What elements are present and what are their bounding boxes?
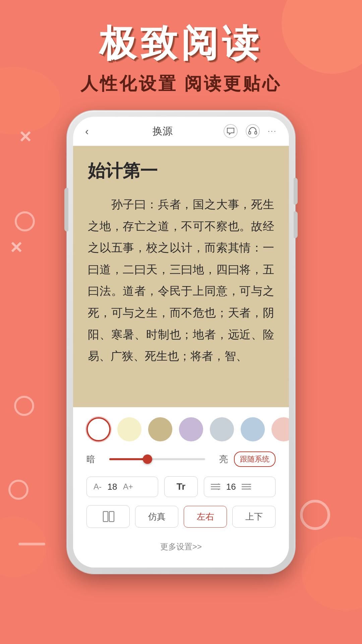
top-navigation-bar: ‹ 换源 xyxy=(73,117,289,146)
settings-panel: 暗 亮 跟随系统 A- 18 A+ xyxy=(73,407,289,568)
font-style-icon: Tr xyxy=(177,481,185,492)
line-spacing-control[interactable]: 16 xyxy=(204,477,276,497)
brightness-slider[interactable] xyxy=(109,458,205,460)
leftright-mode-button[interactable]: 左右 xyxy=(184,506,227,528)
brightness-row: 暗 亮 跟随系统 xyxy=(86,451,276,467)
color-swatch-white[interactable] xyxy=(86,417,111,441)
chat-icon[interactable] xyxy=(224,124,238,138)
scroll-mode-button[interactable] xyxy=(86,505,130,528)
line-spacing-decrease-icon xyxy=(242,482,251,491)
slider-fill xyxy=(109,458,147,460)
color-swatch-lightblue[interactable] xyxy=(210,417,234,441)
app-screen: ‹ 换源 xyxy=(73,117,289,568)
top-bar-title: 换源 xyxy=(153,124,173,138)
line-spacing-value: 16 xyxy=(225,482,237,492)
hero-subtitle: 人性化设置 阅读更贴心 xyxy=(80,72,282,96)
reading-text: 孙子曰：兵者，国之大事，死生之地，存亡之道，不可不察也。故经之以五事，校之以计，… xyxy=(88,194,274,367)
volume-down-button xyxy=(294,211,298,238)
svg-rect-13 xyxy=(109,512,114,522)
font-increase-button[interactable]: A+ xyxy=(123,482,133,491)
leftright-mode-label: 左右 xyxy=(197,511,214,523)
system-follow-button[interactable]: 跟随系统 xyxy=(234,451,276,467)
top-bar-icons: ··· xyxy=(224,124,277,138)
page-mode-row: 仿真 左右 上下 xyxy=(86,505,276,528)
more-settings-link[interactable]: 更多设置>> xyxy=(86,536,276,557)
chapter-title: 始计第一 xyxy=(88,159,274,183)
color-swatch-tan[interactable] xyxy=(148,417,172,441)
svg-rect-12 xyxy=(103,512,108,522)
decor-o-4 xyxy=(300,500,330,530)
color-swatch-skyblue[interactable] xyxy=(241,417,265,441)
dark-label: 暗 xyxy=(86,453,103,465)
font-size-value: 18 xyxy=(106,482,118,492)
slider-thumb[interactable] xyxy=(143,454,152,464)
svg-marker-6 xyxy=(218,489,220,490)
volume-up-button xyxy=(294,178,298,205)
font-size-control[interactable]: A- 18 A+ xyxy=(86,477,158,497)
power-button xyxy=(64,188,68,231)
phone-mockup: ‹ 换源 xyxy=(67,111,295,574)
decor-o-2 xyxy=(14,396,34,416)
updown-mode-button[interactable]: 上下 xyxy=(232,506,276,528)
reading-area[interactable]: 始计第一 孙子曰：兵者，国之大事，死生之地，存亡之道，不可不察也。故经之以五事，… xyxy=(73,146,289,407)
scroll-mode-icon xyxy=(102,510,115,523)
font-controls-row: A- 18 A+ Tr xyxy=(86,476,276,497)
decor-dash-1 xyxy=(18,543,45,545)
back-button[interactable]: ‹ xyxy=(85,125,102,138)
decor-o-1 xyxy=(15,211,35,231)
svg-marker-5 xyxy=(218,483,220,484)
headphones-icon[interactable] xyxy=(246,124,260,138)
updown-mode-label: 上下 xyxy=(245,511,263,523)
font-decrease-button[interactable]: A- xyxy=(94,482,102,491)
line-spacing-icon xyxy=(211,482,220,491)
phone-outer-shell: ‹ 换源 xyxy=(67,111,295,574)
color-swatches-row xyxy=(86,417,276,441)
color-swatch-cream[interactable] xyxy=(117,417,141,441)
hero-section: 极致阅读 人性化设置 阅读更贴心 xyxy=(0,0,362,114)
font-style-control[interactable]: Tr xyxy=(164,476,198,497)
hero-title: 极致阅读 xyxy=(99,19,263,69)
phone-screen: ‹ 换源 xyxy=(73,117,289,568)
simulated-mode-label: 仿真 xyxy=(148,511,166,523)
color-swatch-lavender[interactable] xyxy=(179,417,203,441)
decor-x-2: ✕ xyxy=(9,238,23,257)
more-options-icon[interactable]: ··· xyxy=(268,127,277,136)
color-swatch-pink[interactable] xyxy=(272,417,289,441)
simulated-mode-button[interactable]: 仿真 xyxy=(135,506,178,528)
light-label: 亮 xyxy=(211,453,228,465)
decor-x-1: ✕ xyxy=(18,127,32,146)
decor-o-3 xyxy=(8,480,28,500)
